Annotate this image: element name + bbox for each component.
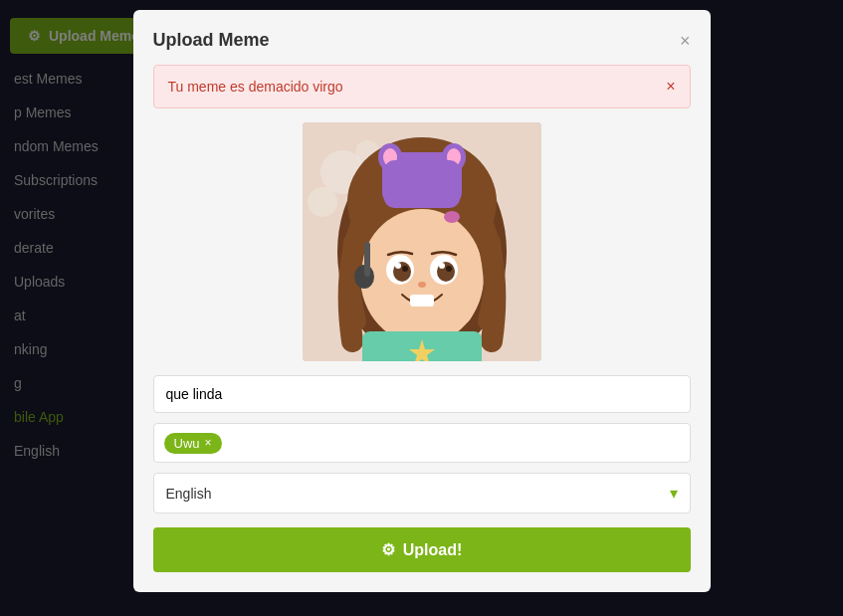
- meme-title-input[interactable]: [153, 375, 691, 413]
- tags-input-container[interactable]: Uwu ×: [153, 423, 691, 463]
- upload-meme-modal: Upload Meme × Tu meme es demacido virgo …: [133, 10, 711, 592]
- svg-point-19: [395, 263, 401, 269]
- alert-close-button[interactable]: ×: [666, 78, 675, 96]
- meme-image-preview: [303, 122, 541, 361]
- upload-submit-button[interactable]: ⚙ Upload!: [153, 527, 691, 572]
- upload-btn-label: Upload!: [403, 541, 463, 559]
- upload-btn-icon: ⚙: [381, 540, 395, 559]
- svg-rect-22: [410, 295, 434, 307]
- selected-language: English: [166, 486, 212, 502]
- image-preview-container: [153, 122, 691, 361]
- svg-rect-25: [364, 242, 370, 277]
- modal-close-button[interactable]: ×: [680, 32, 691, 50]
- language-selector[interactable]: English ▾: [153, 473, 691, 513]
- svg-point-20: [439, 263, 445, 269]
- tag-uwu: Uwu ×: [164, 433, 222, 454]
- tag-label: Uwu: [174, 436, 200, 451]
- svg-rect-29: [455, 289, 461, 305]
- svg-point-27: [444, 211, 460, 223]
- modal-header: Upload Meme ×: [153, 30, 691, 51]
- svg-rect-30: [463, 286, 469, 304]
- svg-point-21: [418, 282, 426, 288]
- alert-message: Tu meme es demacido virgo: [168, 79, 343, 95]
- chevron-down-icon: ▾: [670, 484, 678, 503]
- modal-title: Upload Meme: [153, 30, 270, 51]
- svg-point-2: [308, 187, 337, 217]
- svg-rect-11: [384, 160, 460, 208]
- svg-point-28: [450, 289, 474, 324]
- modal-overlay: Upload Meme × Tu meme es demacido virgo …: [0, 0, 843, 616]
- svg-point-17: [402, 266, 408, 272]
- tag-remove-button[interactable]: ×: [205, 437, 212, 449]
- svg-point-18: [446, 266, 452, 272]
- error-alert: Tu meme es demacido virgo ×: [153, 65, 691, 108]
- svg-point-12: [360, 209, 484, 344]
